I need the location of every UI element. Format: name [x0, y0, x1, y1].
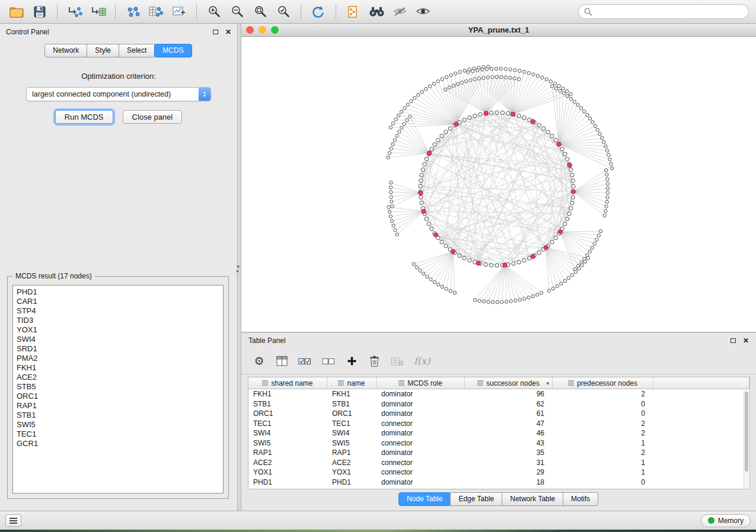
network-from-selection-button[interactable]: [344, 3, 363, 21]
hide-button[interactable]: [390, 3, 409, 21]
dominator-node[interactable]: [571, 190, 575, 194]
mcds-result-item[interactable]: TID3: [13, 316, 223, 325]
close-panel-button[interactable]: Close panel: [123, 110, 183, 124]
table-scrollbar[interactable]: [744, 390, 749, 488]
select-all-button[interactable]: [298, 354, 311, 368]
tab-mcds[interactable]: MCDS: [154, 44, 192, 57]
mcds-result-item[interactable]: PHD1: [13, 287, 223, 297]
show-columns-button[interactable]: [276, 354, 288, 368]
mcds-result-item[interactable]: STB1: [13, 411, 223, 420]
dominator-node[interactable]: [557, 142, 561, 146]
dominator-node[interactable]: [484, 111, 488, 116]
column-header-name[interactable]: name: [327, 377, 377, 389]
tab-select[interactable]: Select: [119, 44, 155, 57]
table-row[interactable]: ACE2ACE2connector311: [248, 458, 749, 468]
table-row[interactable]: FKH1FKH1dominator962: [248, 389, 749, 399]
tab-node-table[interactable]: Node Table: [398, 492, 451, 506]
table-row[interactable]: SWI5SWI5connector431: [248, 438, 749, 448]
column-header-shared-name[interactable]: shared name: [248, 377, 327, 389]
table-row[interactable]: YOX1YOX1connector291: [248, 467, 749, 477]
dominator-node[interactable]: [558, 229, 562, 233]
splitter-collapse-icons[interactable]: ◂▸: [237, 264, 239, 274]
zoom-selected-button[interactable]: [274, 3, 293, 21]
delete-column-button[interactable]: [368, 354, 380, 368]
close-table-panel-icon[interactable]: ✕: [743, 338, 749, 344]
mcds-result-item[interactable]: SRD1: [13, 344, 223, 354]
column-header-successor-nodes[interactable]: successor nodes ▾: [465, 377, 553, 389]
criterion-dropdown[interactable]: largest connected component (undirected)…: [26, 87, 211, 101]
mcds-result-item[interactable]: RAP1: [13, 401, 223, 411]
float-table-panel-icon[interactable]: [731, 338, 736, 343]
search-box[interactable]: [578, 4, 749, 19]
import-network-button[interactable]: [65, 3, 84, 21]
mcds-result-item[interactable]: CAR1: [13, 297, 223, 306]
table-settings-button[interactable]: ⚙: [253, 354, 265, 368]
import-table-button[interactable]: [88, 3, 107, 21]
dominator-node[interactable]: [567, 163, 572, 167]
table-row[interactable]: SWI4SWI4dominator462: [248, 428, 749, 438]
dominator-node[interactable]: [427, 151, 431, 155]
table-scrollbar-thumb[interactable]: [745, 392, 748, 472]
zoom-out-button[interactable]: [228, 3, 247, 21]
close-panel-icon[interactable]: ✕: [225, 29, 231, 35]
network-from-table-button[interactable]: [146, 3, 165, 21]
zoom-fit-button[interactable]: [251, 3, 270, 21]
mcds-result-item[interactable]: ORC1: [13, 392, 223, 401]
column-header-predecessor-nodes[interactable]: predecessor nodes: [553, 377, 653, 389]
float-panel-icon[interactable]: [213, 30, 218, 34]
sort-chevron-icon[interactable]: ▾: [546, 380, 549, 386]
dominator-node[interactable]: [531, 119, 535, 123]
export-image-button[interactable]: [170, 3, 189, 21]
mcds-result-item[interactable]: TEC1: [13, 430, 223, 439]
dominator-node[interactable]: [454, 122, 458, 126]
table-row[interactable]: TEC1TEC1connector472: [248, 419, 749, 429]
mcds-result-item[interactable]: PMA2: [13, 354, 223, 363]
panel-splitter[interactable]: ◂▸: [237, 24, 241, 511]
network-window-titlebar[interactable]: YPA_prune.txt_1: [241, 24, 756, 37]
network-canvas[interactable]: [241, 37, 756, 332]
mcds-result-item[interactable]: SWI5: [13, 420, 223, 430]
tab-network-table[interactable]: Network Table: [502, 492, 563, 506]
tab-motifs[interactable]: Motifs: [563, 492, 598, 506]
dominator-node[interactable]: [511, 112, 515, 116]
dominator-node[interactable]: [422, 209, 426, 213]
column-header-mcds-role[interactable]: MCDS role: [377, 377, 465, 389]
search-input[interactable]: [596, 8, 743, 16]
dominator-node[interactable]: [544, 245, 548, 249]
table-row[interactable]: RAP1RAP1dominator352: [248, 448, 749, 458]
mcds-result-item[interactable]: FKH1: [13, 363, 223, 373]
status-menu-button[interactable]: [5, 514, 21, 527]
open-folder-button[interactable]: [7, 3, 26, 21]
dominator-node[interactable]: [531, 254, 535, 258]
table-row[interactable]: STB1STB1dominator620: [248, 399, 749, 409]
table-row[interactable]: ORC1ORC1dominator610: [248, 409, 749, 419]
leaf-node: [437, 283, 440, 286]
mcds-result-list[interactable]: PHD1CAR1STP4TID3YOX1SWI4SRD1PMA2FKH1ACE2…: [12, 285, 224, 493]
find-button[interactable]: [367, 3, 386, 21]
dominator-node[interactable]: [503, 263, 507, 267]
tab-edge-table[interactable]: Edge Table: [450, 492, 502, 506]
leaf-node: [477, 77, 480, 80]
dominator-node[interactable]: [451, 249, 455, 254]
mcds-result-item[interactable]: SWI4: [13, 335, 223, 344]
deselect-all-button[interactable]: [322, 354, 335, 368]
run-mcds-button[interactable]: Run MCDS: [55, 110, 113, 124]
dominator-node[interactable]: [476, 261, 480, 265]
dominator-node[interactable]: [419, 191, 423, 195]
show-button[interactable]: [413, 3, 432, 21]
tab-network[interactable]: Network: [44, 44, 87, 57]
mcds-result-item[interactable]: STB5: [13, 382, 223, 392]
table-row[interactable]: PHD1PHD1dominator180: [248, 477, 749, 488]
mcds-result-item[interactable]: GCR1: [13, 439, 223, 448]
tab-style[interactable]: Style: [87, 44, 119, 57]
mcds-result-item[interactable]: ACE2: [13, 373, 223, 382]
dominator-node[interactable]: [433, 233, 438, 237]
save-button[interactable]: [30, 3, 49, 21]
new-network-button[interactable]: [123, 3, 142, 21]
mcds-result-item[interactable]: YOX1: [13, 325, 223, 335]
add-column-button[interactable]: [346, 354, 358, 368]
memory-button[interactable]: Memory: [701, 514, 751, 527]
mcds-result-item[interactable]: STP4: [13, 306, 223, 316]
apply-layout-button[interactable]: [309, 3, 328, 21]
zoom-in-button[interactable]: [205, 3, 224, 21]
